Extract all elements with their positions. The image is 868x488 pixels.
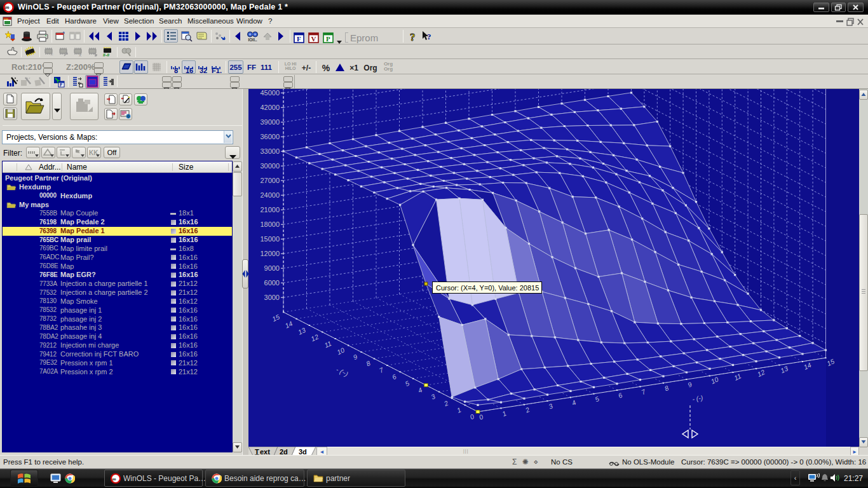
svg-text:ext: ext bbox=[260, 448, 270, 456]
svg-text:P: P bbox=[326, 35, 330, 43]
svg-text:42000: 42000 bbox=[260, 104, 280, 111]
svg-text:?: ? bbox=[427, 32, 431, 41]
svg-text:24000: 24000 bbox=[260, 191, 280, 199]
svg-text:=: = bbox=[50, 51, 53, 57]
svg-text:39000: 39000 bbox=[260, 118, 280, 126]
svg-text:3d: 3d bbox=[299, 448, 307, 456]
svg-text:15000: 15000 bbox=[260, 235, 280, 243]
svg-text:F: F bbox=[297, 35, 301, 43]
svg-text:3000: 3000 bbox=[264, 294, 280, 301]
svg-text:33000: 33000 bbox=[260, 147, 280, 155]
svg-text:9000: 9000 bbox=[264, 264, 280, 272]
svg-text:Cursor: (X=4, Y=0), Value: 208: Cursor: (X=4, Y=0), Value: 20815 bbox=[436, 284, 539, 292]
svg-text:21000: 21000 bbox=[260, 206, 280, 214]
svg-text:6000: 6000 bbox=[264, 279, 280, 287]
svg-text:F: F bbox=[60, 83, 63, 87]
svg-text:2d: 2d bbox=[280, 448, 288, 456]
svg-text:∞: ∞ bbox=[112, 476, 116, 482]
svg-text:30000: 30000 bbox=[260, 162, 280, 170]
svg-text:T: T bbox=[255, 448, 259, 456]
svg-text:x: x bbox=[79, 52, 81, 57]
svg-text:IOIl..: IOIl.. bbox=[248, 37, 257, 42]
svg-text:18000: 18000 bbox=[260, 220, 280, 228]
svg-text:?: ? bbox=[410, 31, 416, 43]
svg-text:V: V bbox=[311, 35, 316, 43]
svg-text:#-#: #-# bbox=[103, 53, 109, 57]
svg-text:27000: 27000 bbox=[260, 177, 280, 184]
svg-text:36000: 36000 bbox=[260, 133, 280, 140]
svg-text:∞: ∞ bbox=[5, 4, 10, 11]
svg-text:12000: 12000 bbox=[260, 250, 280, 257]
svg-text:IOI: IOI bbox=[4, 18, 8, 20]
svg-text:45000: 45000 bbox=[260, 89, 280, 97]
